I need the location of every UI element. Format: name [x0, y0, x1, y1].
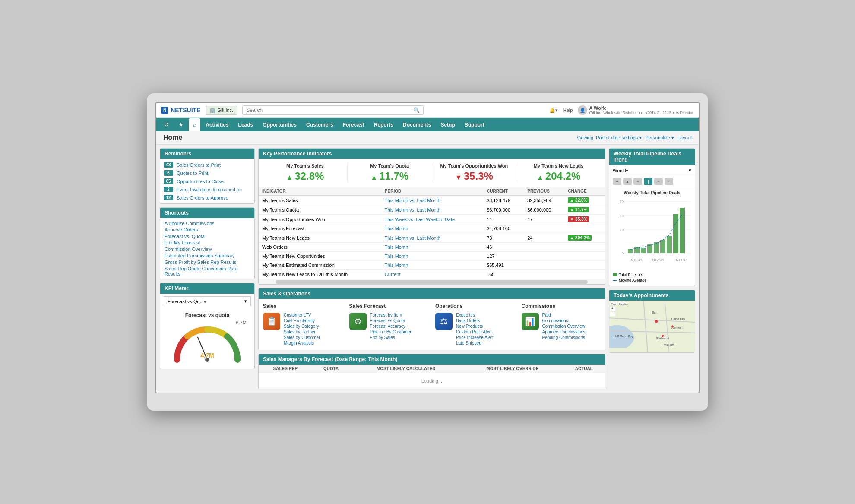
- mgr-th-most-likely-calc: MOST LIKELY CALCULATED: [350, 365, 462, 373]
- kpi-table: INDICATOR PERIOD CURRENT PREVIOUS CHANGE…: [259, 187, 605, 279]
- link-paid[interactable]: Paid: [542, 313, 586, 317]
- link-expedites[interactable]: Expedites: [456, 313, 494, 317]
- link-customer-ltv[interactable]: Customer LTV: [284, 313, 320, 317]
- link-approve-commissions[interactable]: Approve Commissions: [542, 330, 586, 334]
- search-input[interactable]: [246, 107, 413, 113]
- chart-scatter-icon[interactable]: ⋯: [665, 178, 673, 185]
- table-row[interactable]: My Team's Opportunities Won This Week vs…: [259, 215, 605, 224]
- shortcut-forecast-vs-quota[interactable]: Forecast vs. Quota: [165, 234, 250, 239]
- chart-area-icon[interactable]: ▲: [623, 178, 632, 185]
- table-row[interactable]: My Team's Forecast This Month $4,708,160: [259, 224, 605, 233]
- shortcut-edit-my-forecast[interactable]: Edit My Forecast: [165, 240, 250, 245]
- kpi-row-change: ▲ 32.8%: [564, 196, 605, 205]
- link-forecast-vs-quota[interactable]: Forecast vs Quota: [370, 318, 412, 323]
- reminder-count-43: 43: [164, 162, 173, 168]
- shortcut-estimated-commission-summary[interactable]: Estimated Commission Summary: [165, 253, 250, 258]
- kpi-select-dropdown[interactable]: Forecast vs Quota ▾: [164, 296, 251, 306]
- svg-text:Half Moon Bay: Half Moon Bay: [614, 335, 633, 338]
- nav-reports[interactable]: Reports: [370, 118, 398, 131]
- link-commissions[interactable]: Commissions: [542, 318, 586, 323]
- nav-home[interactable]: ⌂: [189, 118, 200, 131]
- kpi-opps-arrow-down: [455, 170, 462, 182]
- nav-setup[interactable]: Setup: [436, 118, 459, 131]
- link-commission-overview[interactable]: Commission Overview: [542, 324, 586, 329]
- kpi-row-previous: $6,000,000: [524, 205, 564, 215]
- nav-customers[interactable]: Customers: [302, 118, 338, 131]
- sales-col-commissions: Commissions 📊 Paid Commissions Commissio…: [522, 303, 601, 346]
- table-row[interactable]: Web Orders This Month 46: [259, 243, 605, 252]
- company-logo[interactable]: 🏢 Gill Inc.: [206, 106, 237, 115]
- chart-bar-h-icon[interactable]: ≡: [633, 178, 642, 185]
- reminder-label-sales-orders-approve: Sales Orders to Approve: [177, 195, 228, 200]
- notifications-bell[interactable]: 🔔▾: [549, 108, 558, 113]
- kpi-select-chevron: ▾: [244, 298, 247, 304]
- shortcut-quote-conversion[interactable]: Sales Rep Quote Conversion Rate Results: [165, 266, 250, 276]
- search-bar[interactable]: 🔍: [242, 105, 424, 115]
- nav-support[interactable]: Support: [460, 118, 489, 131]
- link-custom-price-alert[interactable]: Custom Price Alert: [456, 330, 494, 334]
- nav-opportunities[interactable]: Opportunities: [258, 118, 301, 131]
- shortcut-authorize-commissions[interactable]: Authorize Commissions: [165, 221, 250, 226]
- table-row[interactable]: My Team's Sales This Month vs. Last Mont…: [259, 196, 605, 205]
- reminder-opps-close[interactable]: 65 Opportunities to Close: [160, 177, 254, 185]
- kpi-row-period: This Month: [381, 261, 483, 270]
- link-sales-by-partner[interactable]: Sales by Partner: [284, 330, 320, 334]
- history-icon[interactable]: ↺: [160, 118, 173, 131]
- user-info[interactable]: 👤 A Wolfe Gill Inc. Wholesale Distributi…: [578, 105, 694, 115]
- shortcut-approve-orders[interactable]: Approve Orders: [165, 227, 250, 232]
- search-icon[interactable]: 🔍: [413, 107, 420, 113]
- chart-bar-v-icon[interactable]: ▐: [644, 178, 652, 185]
- svg-point-35: [655, 320, 658, 323]
- link-new-products[interactable]: New Products: [456, 324, 494, 329]
- link-sales-by-category[interactable]: Sales by Category: [284, 324, 320, 329]
- svg-text:Union City: Union City: [671, 317, 685, 321]
- link-pending-commissions[interactable]: Pending Commissions: [542, 335, 586, 340]
- pipeline-dropdown[interactable]: Weekly ▾: [609, 165, 695, 176]
- link-pipeline-by-customer[interactable]: Pipeline By Customer: [370, 330, 412, 334]
- legend-green-dot: [613, 273, 617, 276]
- reminder-sales-orders-approve[interactable]: 12 Sales Orders to Approve: [160, 193, 254, 202]
- nav-forecast[interactable]: Forecast: [339, 118, 369, 131]
- table-row[interactable]: My Team's Quota This Month vs. Last Mont…: [259, 205, 605, 215]
- kpi-row-previous: 24: [524, 233, 564, 243]
- viewing-portlet-link[interactable]: Viewing: Portlet date settings ▾: [577, 135, 642, 141]
- nav-leads[interactable]: Leads: [234, 118, 258, 131]
- loading-indicator: Loading...: [259, 373, 605, 389]
- table-row[interactable]: My Team's Estimated Commission This Mont…: [259, 261, 605, 270]
- table-row[interactable]: My Team's New Leads to Call this Month C…: [259, 270, 605, 279]
- link-late-shipped[interactable]: Late Shipped: [456, 341, 494, 346]
- appointments-widget: Today's Appointments: [609, 290, 695, 353]
- kpi-metric-quota-label: My Team's Quota: [352, 163, 428, 168]
- link-margin-analysis[interactable]: Margin Analysis: [284, 341, 320, 346]
- nav-documents[interactable]: Documents: [399, 118, 435, 131]
- reminder-quotes-print[interactable]: 6 Quotes to Print: [160, 169, 254, 177]
- link-forecast-by-item[interactable]: Forecast by Item: [370, 313, 412, 317]
- nav-activities[interactable]: Activities: [201, 118, 233, 131]
- chart-wave-icon[interactable]: ~: [654, 178, 663, 185]
- sales-forecast-title: Sales Forecast: [349, 303, 429, 309]
- kpi-row-period: This Month: [381, 243, 483, 252]
- link-frct-by-sales[interactable]: Frct by Sales: [370, 335, 412, 340]
- table-row[interactable]: My Team's New Leads This Month vs. Last …: [259, 233, 605, 243]
- kpi-row-current: $3,128,479: [483, 196, 524, 205]
- reminder-event-invitations[interactable]: 2 Event Invitations to respond to: [160, 185, 254, 193]
- link-sales-by-customer[interactable]: Sales by Customer: [284, 335, 320, 340]
- map-area[interactable]: San Union City Fremont Half Moon Bay Red…: [609, 301, 695, 352]
- kpi-table-scrollbar[interactable]: [259, 279, 605, 284]
- link-cust-profitability[interactable]: Cust Profitability: [284, 318, 320, 323]
- chart-line-icon[interactable]: 〰: [613, 178, 621, 185]
- link-price-increase-alert[interactable]: Price Increase Alert: [456, 335, 494, 340]
- favorites-icon[interactable]: ★: [174, 118, 188, 131]
- shortcut-commission-overview[interactable]: Commission Overview: [165, 247, 250, 252]
- kpi-row-change: [564, 261, 605, 270]
- link-forecast-accuracy[interactable]: Forecast Accuracy: [370, 324, 412, 329]
- shortcut-gross-profit[interactable]: Gross Profit by Sales Rep Results: [165, 260, 250, 265]
- help-button[interactable]: Help: [563, 108, 573, 113]
- table-row[interactable]: My Team's New Opportunities This Month 1…: [259, 252, 605, 261]
- layout-link[interactable]: Layout: [678, 135, 692, 140]
- link-back-orders[interactable]: Back Orders: [456, 318, 494, 323]
- kpi-row-period: This Week vs. Last Week to Date: [381, 215, 483, 224]
- kpi-row-period: This Month vs. Last Month: [381, 196, 483, 205]
- reminder-sales-orders-print[interactable]: 43 Sales Orders to Print: [160, 161, 254, 169]
- personalize-link[interactable]: Personalize ▾: [645, 135, 674, 141]
